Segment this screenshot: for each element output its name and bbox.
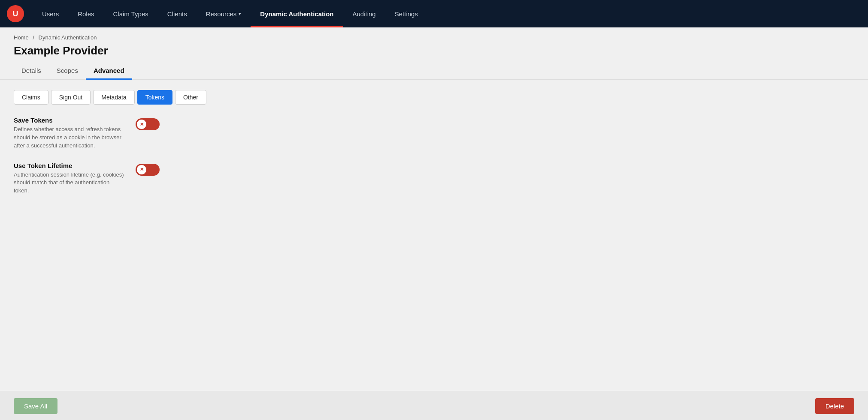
nav-item-resources[interactable]: Resources ▾: [197, 0, 251, 27]
main-tabs: Details Scopes Advanced: [0, 63, 868, 80]
nav-item-auditing[interactable]: Auditing: [343, 0, 385, 27]
breadcrumb: Home / Dynamic Authentication: [14, 34, 854, 41]
nav-item-roles[interactable]: Roles: [68, 0, 103, 27]
nav-items: Users Roles Claim Types Clients Resource…: [33, 0, 427, 27]
setting-use-token-lifetime: Use Token Lifetime Authentication sessio…: [14, 162, 854, 195]
content-area: Claims Sign Out Metadata Tokens Other Sa…: [0, 80, 868, 391]
use-token-lifetime-toggle[interactable]: ✕: [136, 164, 160, 176]
breadcrumb-home[interactable]: Home: [14, 34, 29, 41]
nav-item-dynamic-authentication[interactable]: Dynamic Authentication: [251, 0, 343, 27]
nav-item-users[interactable]: Users: [33, 0, 68, 27]
save-tokens-toggle-knob: ✕: [137, 120, 146, 129]
save-tokens-x-icon: ✕: [140, 122, 144, 127]
use-token-lifetime-toggle-knob: ✕: [137, 165, 146, 174]
save-tokens-desc: Defines whether access and refresh token…: [14, 126, 125, 150]
breadcrumb-separator: /: [33, 34, 34, 41]
app-logo[interactable]: U: [7, 5, 24, 22]
page-header: Home / Dynamic Authentication Example Pr…: [0, 27, 868, 57]
save-tokens-label: Save Tokens: [14, 117, 125, 124]
sub-tabs: Claims Sign Out Metadata Tokens Other: [14, 90, 854, 105]
subtab-metadata[interactable]: Metadata: [93, 90, 134, 105]
nav-item-clients[interactable]: Clients: [158, 0, 197, 27]
use-token-lifetime-x-icon: ✕: [140, 167, 144, 172]
nav-item-claim-types[interactable]: Claim Types: [104, 0, 158, 27]
navigation: U Users Roles Claim Types Clients Resour…: [0, 0, 868, 27]
save-tokens-toggle[interactable]: ✕: [136, 118, 160, 130]
subtab-claims[interactable]: Claims: [14, 90, 48, 105]
subtab-sign-out[interactable]: Sign Out: [51, 90, 91, 105]
subtab-other[interactable]: Other: [175, 90, 206, 105]
use-token-lifetime-label: Use Token Lifetime: [14, 162, 125, 169]
use-token-lifetime-desc: Authentication session lifetime (e.g. co…: [14, 171, 125, 195]
footer-bar: Save All Delete: [0, 391, 868, 420]
delete-button[interactable]: Delete: [815, 398, 854, 414]
subtab-tokens[interactable]: Tokens: [137, 90, 172, 105]
tab-details[interactable]: Details: [14, 63, 49, 80]
breadcrumb-current: Dynamic Authentication: [39, 34, 97, 41]
tab-scopes[interactable]: Scopes: [49, 63, 86, 80]
nav-item-settings[interactable]: Settings: [385, 0, 427, 27]
setting-save-tokens: Save Tokens Defines whether access and r…: [14, 117, 854, 150]
tab-advanced[interactable]: Advanced: [86, 63, 132, 80]
page-title: Example Provider: [14, 44, 854, 57]
save-all-button[interactable]: Save All: [14, 398, 57, 414]
resources-dropdown-icon: ▾: [239, 11, 241, 17]
